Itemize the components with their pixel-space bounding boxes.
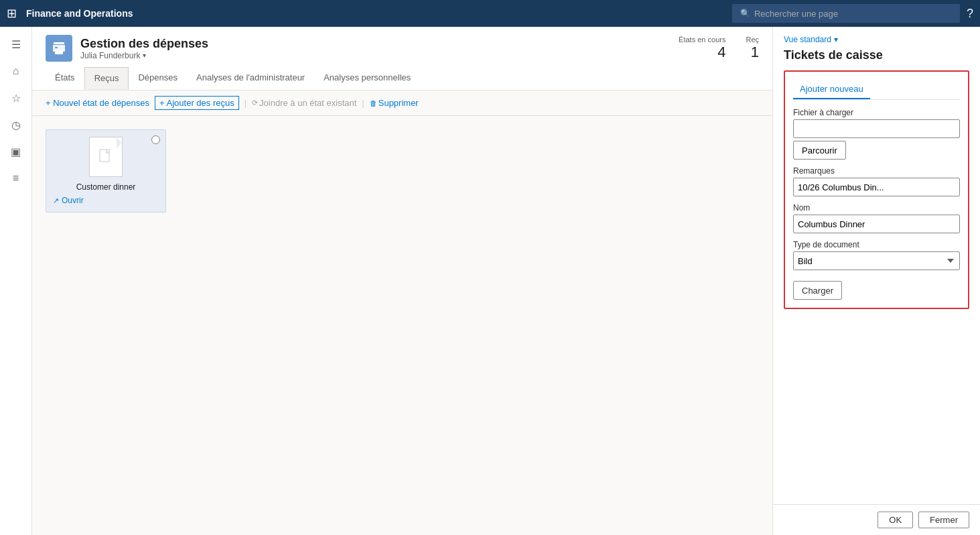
stat-value-recus: 1 <box>751 44 759 61</box>
grid-icon[interactable]: ⊞ <box>7 6 17 21</box>
page-subtitle: Julia Funderburk ▾ <box>80 51 208 60</box>
main-layout: ☰ ⌂ ☆ ◷ ▣ ≡ <box>0 27 980 535</box>
receipt-doc-icon <box>89 137 123 177</box>
svg-rect-0 <box>54 42 64 44</box>
subtitle-dropdown-arrow[interactable]: ▾ <box>143 52 146 59</box>
open-icon: ↗ <box>53 196 59 205</box>
delete-icon: 🗑 <box>370 99 377 107</box>
panel-title: Tickets de caisse <box>784 48 969 62</box>
name-label: Nom <box>793 203 960 213</box>
stat-etats-en-cours: États en cours 4 <box>679 36 725 61</box>
page-icon <box>46 35 72 62</box>
page-title-area: Gestion des dépenses Julia Funderburk ▾ <box>46 35 208 62</box>
join-label: Joindre à un état existant <box>259 98 356 108</box>
subtitle-text: Julia Funderburk <box>80 51 140 60</box>
page-stats: États en cours 4 Reç 1 <box>679 36 759 61</box>
file-field: Fichier à charger Parcourir <box>793 108 960 160</box>
file-input[interactable] <box>793 119 960 138</box>
tab-depenses[interactable]: Dépenses <box>129 67 187 90</box>
tab-recus[interactable]: Reçus <box>84 67 129 90</box>
sidebar-icon-recent[interactable]: ◷ <box>3 113 29 137</box>
remarks-field: Remarques <box>793 166 960 196</box>
add-recus-link[interactable]: + Ajouter des reçus <box>155 96 239 110</box>
vue-standard[interactable]: Vue standard ▾ <box>784 35 969 44</box>
svg-rect-2 <box>55 50 63 54</box>
panel-footer: OK Fermer <box>773 504 980 535</box>
sidebar-icon-workspaces[interactable]: ▣ <box>3 139 29 164</box>
page-header: Gestion des dépenses Julia Funderburk ▾ … <box>32 27 772 91</box>
name-input[interactable] <box>793 215 960 233</box>
name-field: Nom <box>793 203 960 233</box>
remarks-label: Remarques <box>793 166 960 176</box>
remarks-input[interactable] <box>793 178 960 196</box>
ok-button[interactable]: OK <box>878 512 913 528</box>
browse-button[interactable]: Parcourir <box>793 141 846 160</box>
charger-button[interactable]: Charger <box>793 281 842 300</box>
open-label: Ouvrir <box>62 196 84 205</box>
separator-1: | <box>244 98 247 108</box>
sidebar-icon-home[interactable]: ⌂ <box>3 59 29 83</box>
app-title: Finance and Operations <box>26 8 725 19</box>
vue-standard-label: Vue standard <box>784 35 831 44</box>
panel-content: Ajouter nouveau Fichier à charger Parcou… <box>773 70 980 504</box>
sidebar-icon-menu[interactable]: ☰ <box>3 32 29 56</box>
form-tab-ajouter[interactable]: Ajouter nouveau <box>793 80 870 99</box>
top-bar: ⊞ Finance and Operations 🔍 ? <box>0 0 980 27</box>
receipt-title: Customer dinner <box>76 182 136 192</box>
stat-value-etats: 4 <box>717 44 725 61</box>
stat-label-recus: Reç <box>746 36 759 44</box>
separator-2: | <box>362 98 364 108</box>
search-bar[interactable]: 🔍 <box>732 4 960 23</box>
doc-type-select[interactable]: Bild PDF Word <box>793 251 960 270</box>
doc-type-field: Type de document Bild PDF Word <box>793 240 960 270</box>
tab-etats[interactable]: États <box>46 67 84 90</box>
stat-label-etats: États en cours <box>679 36 725 44</box>
sidebar: ☰ ⌂ ☆ ◷ ▣ ≡ <box>0 27 32 535</box>
receipt-card-inner: Customer dinner <box>53 137 159 192</box>
sidebar-icon-favorites[interactable]: ☆ <box>3 86 29 110</box>
page-title: Gestion des dépenses <box>80 37 208 51</box>
delete-label: Supprimer <box>378 98 419 108</box>
doc-type-label: Type de document <box>793 240 960 249</box>
new-state-link[interactable]: + Nouvel état de dépenses <box>46 98 149 108</box>
search-icon: 🔍 <box>740 9 750 18</box>
delete-link[interactable]: 🗑 Supprimer <box>370 98 419 108</box>
tab-analyses-perso[interactable]: Analyses personnelles <box>314 67 420 90</box>
action-bar: + Nouvel état de dépenses + Ajouter des … <box>32 91 772 116</box>
vue-standard-chevron: ▾ <box>834 35 838 44</box>
file-label: Fichier à charger <box>793 108 960 117</box>
close-button[interactable]: Fermer <box>918 512 969 528</box>
join-icon: ⟳ <box>252 99 258 107</box>
join-state-link: ⟳ Joindre à un état existant <box>252 98 356 108</box>
nav-tabs: États Reçus Dépenses Analyses de l'admin… <box>46 67 759 90</box>
form-panel: Ajouter nouveau Fichier à charger Parcou… <box>784 70 969 309</box>
search-input[interactable] <box>754 9 952 19</box>
right-panel-header: Vue standard ▾ Tickets de caisse <box>773 27 980 70</box>
receipt-select-radio[interactable] <box>151 135 160 144</box>
svg-rect-3 <box>55 47 58 48</box>
tab-analyses-admin[interactable]: Analyses de l'administrateur <box>187 67 314 90</box>
stat-recus: Reç 1 <box>746 36 759 61</box>
main-content: Customer dinner ↗ Ouvrir <box>32 116 772 535</box>
page-title-group: Gestion des dépenses Julia Funderburk ▾ <box>80 37 208 60</box>
form-tab-bar: Ajouter nouveau <box>793 80 960 100</box>
receipt-open-link[interactable]: ↗ Ouvrir <box>53 196 159 205</box>
sidebar-icon-modules[interactable]: ≡ <box>3 166 29 190</box>
receipt-card: Customer dinner ↗ Ouvrir <box>46 129 166 213</box>
right-panel: Vue standard ▾ Tickets de caisse Ajouter… <box>772 27 980 535</box>
page-header-top: Gestion des dépenses Julia Funderburk ▾ … <box>46 35 759 62</box>
content-area: Gestion des dépenses Julia Funderburk ▾ … <box>32 27 772 535</box>
help-icon[interactable]: ? <box>967 7 973 21</box>
